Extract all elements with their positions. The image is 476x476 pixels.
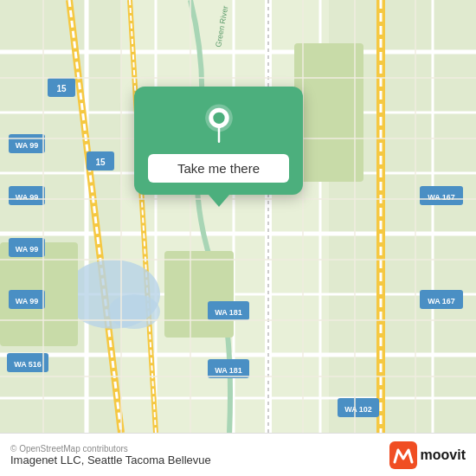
svg-text:WA 99: WA 99 — [16, 193, 39, 202]
svg-rect-69 — [389, 441, 417, 469]
bottom-bar: © OpenStreetMap contributors Imagenet LL… — [0, 433, 476, 476]
svg-text:WA 99: WA 99 — [16, 141, 39, 150]
svg-rect-26 — [164, 251, 234, 338]
moovit-logo: moovit — [389, 441, 466, 469]
moovit-icon — [389, 441, 417, 469]
svg-point-68 — [213, 113, 224, 124]
svg-text:WA 102: WA 102 — [344, 405, 372, 414]
bottom-left-info: © OpenStreetMap contributors Imagenet LL… — [10, 444, 211, 466]
moovit-brand-text: moovit — [421, 447, 466, 463]
attribution-text: © OpenStreetMap contributors — [10, 444, 211, 453]
svg-text:WA 99: WA 99 — [16, 245, 39, 254]
map-background: WA 99 WA 99 WA 99 WA 99 15 15 WA 516 WA … — [0, 0, 476, 433]
location-pin-icon — [197, 102, 241, 145]
svg-text:WA 167: WA 167 — [428, 193, 455, 202]
svg-rect-27 — [294, 43, 363, 182]
svg-text:15: 15 — [95, 158, 106, 167]
svg-text:WA 516: WA 516 — [14, 360, 42, 369]
location-name-text: Imagenet LLC, Seattle Tacoma Bellevue — [10, 453, 211, 466]
svg-point-24 — [108, 294, 160, 329]
svg-text:WA 167: WA 167 — [428, 297, 455, 306]
map-container[interactable]: WA 99 WA 99 WA 99 WA 99 15 15 WA 516 WA … — [0, 0, 476, 433]
svg-text:WA 99: WA 99 — [16, 297, 39, 306]
location-popup: Take me there — [134, 87, 303, 195]
take-me-there-button[interactable]: Take me there — [148, 154, 289, 183]
svg-text:WA 181: WA 181 — [215, 308, 242, 317]
svg-text:15: 15 — [56, 84, 67, 93]
svg-text:WA 181: WA 181 — [215, 366, 242, 375]
